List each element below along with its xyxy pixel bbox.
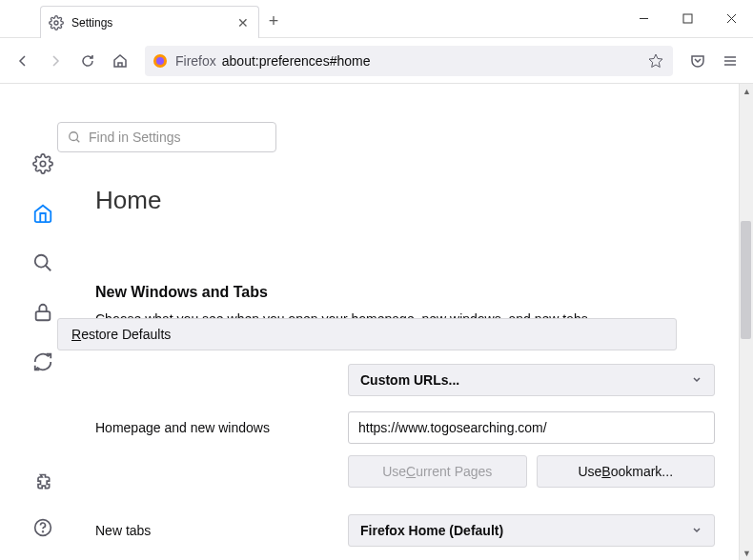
svg-point-11: [35, 255, 48, 268]
identity-label: Firefox: [175, 53, 216, 69]
svg-line-17: [76, 139, 79, 142]
tab-title: Settings: [71, 16, 235, 30]
svg-rect-13: [36, 311, 51, 320]
home-button[interactable]: [105, 46, 135, 76]
bookmark-star-icon[interactable]: [646, 53, 665, 69]
scroll-up-icon[interactable]: ▲: [740, 84, 753, 98]
section-title: New Windows and Tabs: [95, 284, 715, 301]
browser-tab[interactable]: Settings ✕: [40, 6, 259, 38]
gear-icon: [49, 15, 64, 30]
newtabs-dropdown[interactable]: Firefox Home (Default): [348, 514, 715, 547]
sidenav-general-icon[interactable]: [30, 150, 56, 177]
homepage-dropdown-value: Custom URLs...: [360, 372, 459, 388]
scroll-thumb[interactable]: [741, 221, 751, 339]
search-placeholder: Find in Settings: [89, 130, 181, 145]
firefox-icon: [153, 53, 168, 69]
scrollbar[interactable]: ▲ ▼: [739, 84, 753, 560]
sidenav-help-icon[interactable]: [30, 514, 56, 541]
page-title: Home: [95, 186, 715, 215]
pocket-button[interactable]: [682, 46, 713, 76]
window-minimize[interactable]: [621, 0, 665, 37]
homepage-url-input[interactable]: [348, 411, 715, 444]
chevron-down-icon: [691, 371, 702, 389]
sidenav-extensions-icon[interactable]: [30, 469, 56, 495]
svg-point-15: [43, 531, 44, 532]
sidenav-sync-icon[interactable]: [30, 349, 56, 375]
svg-point-10: [40, 161, 46, 167]
newtabs-label: New tabs: [95, 523, 348, 538]
new-tab-button[interactable]: +: [259, 6, 288, 37]
chevron-down-icon: [691, 522, 702, 539]
svg-rect-2: [683, 14, 692, 23]
main-panel: Find in Settings Home Restore Defaults N…: [86, 84, 753, 560]
url-text: about:preferences#home: [222, 53, 646, 69]
sidenav-privacy-icon[interactable]: [30, 299, 56, 326]
forward-button[interactable]: [40, 46, 71, 76]
toolbar: Firefox about:preferences#home: [0, 38, 753, 84]
newtabs-dropdown-value: Firefox Home (Default): [360, 523, 503, 538]
svg-point-6: [156, 57, 164, 65]
search-icon: [68, 130, 81, 144]
find-in-settings[interactable]: Find in Settings: [57, 122, 276, 152]
url-bar[interactable]: Firefox about:preferences#home: [145, 46, 673, 76]
back-button[interactable]: [8, 46, 38, 76]
content: Find in Settings Home Restore Defaults N…: [0, 84, 753, 560]
use-current-pages-button[interactable]: Use Current Pages: [348, 455, 527, 488]
homepage-label: Homepage and new windows: [95, 420, 348, 435]
window-close[interactable]: [709, 0, 753, 37]
titlebar: Settings ✕ +: [0, 0, 753, 38]
reload-button[interactable]: [72, 46, 103, 76]
svg-point-0: [54, 21, 58, 25]
homepage-dropdown[interactable]: Custom URLs...: [348, 364, 715, 396]
sidenav-home-icon[interactable]: [30, 200, 56, 227]
restore-defaults-button[interactable]: Restore Defaults: [57, 318, 677, 350]
sidenav-search-icon[interactable]: [30, 250, 56, 276]
window-maximize[interactable]: [665, 0, 709, 37]
close-tab-icon[interactable]: ✕: [235, 15, 251, 30]
use-bookmark-button[interactable]: Use Bookmark...: [537, 455, 716, 488]
menu-button[interactable]: [715, 46, 745, 76]
scroll-down-icon[interactable]: ▼: [740, 546, 753, 560]
svg-line-12: [46, 266, 51, 271]
